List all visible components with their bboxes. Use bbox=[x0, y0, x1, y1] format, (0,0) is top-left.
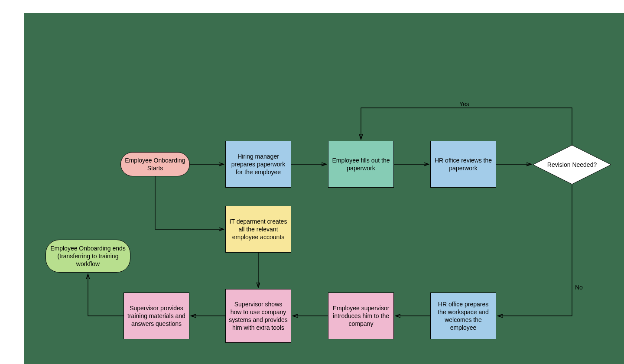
node-supervisor-shows-label: Supervisor shows how to use company syst… bbox=[228, 300, 288, 332]
node-employee-fills-label: Employee fills out the paperwork bbox=[331, 156, 391, 172]
flowchart-canvas: Yes No Employee Onboarding Starts Hiring… bbox=[24, 13, 624, 364]
edge-label-yes: Yes bbox=[459, 101, 469, 107]
node-hr-reviews-label: HR office reviews the paperwork bbox=[433, 156, 493, 172]
node-supervisor-intro[interactable]: Employee supervisor introduces him to th… bbox=[328, 292, 394, 339]
node-hr-prepares[interactable]: HR office prepares the workspace and wel… bbox=[430, 292, 496, 339]
node-hr-reviews[interactable]: HR office reviews the paperwork bbox=[430, 141, 496, 188]
node-supervisor-training[interactable]: Supervisor provides training materials a… bbox=[124, 292, 189, 339]
node-decision[interactable]: Revision Needed? bbox=[533, 145, 611, 184]
node-supervisor-shows[interactable]: Supervisor shows how to use company syst… bbox=[225, 289, 291, 343]
node-it-dept[interactable]: IT deparment creates all the relevant em… bbox=[225, 206, 291, 253]
node-supervisor-training-label: Supervisor provides training materials a… bbox=[127, 304, 186, 328]
node-employee-fills[interactable]: Employee fills out the paperwork bbox=[328, 141, 394, 188]
edges-svg bbox=[24, 13, 624, 364]
node-decision-label: Revision Needed? bbox=[533, 145, 611, 184]
node-start-label: Employee Onboarding Starts bbox=[124, 156, 187, 172]
node-it-dept-label: IT deparment creates all the relevant em… bbox=[228, 218, 288, 241]
node-hiring-manager[interactable]: Hiring manager prepares paperwork for th… bbox=[225, 141, 291, 188]
node-end-label: Employee Onboarding ends (transferring t… bbox=[49, 244, 127, 268]
node-end[interactable]: Employee Onboarding ends (transferring t… bbox=[46, 240, 130, 273]
node-hiring-manager-label: Hiring manager prepares paperwork for th… bbox=[228, 153, 288, 176]
node-hr-prepares-label: HR office prepares the workspace and wel… bbox=[433, 300, 493, 332]
node-start[interactable]: Employee Onboarding Starts bbox=[120, 152, 190, 176]
node-supervisor-intro-label: Employee supervisor introduces him to th… bbox=[331, 304, 391, 328]
edge-label-no: No bbox=[575, 284, 583, 291]
